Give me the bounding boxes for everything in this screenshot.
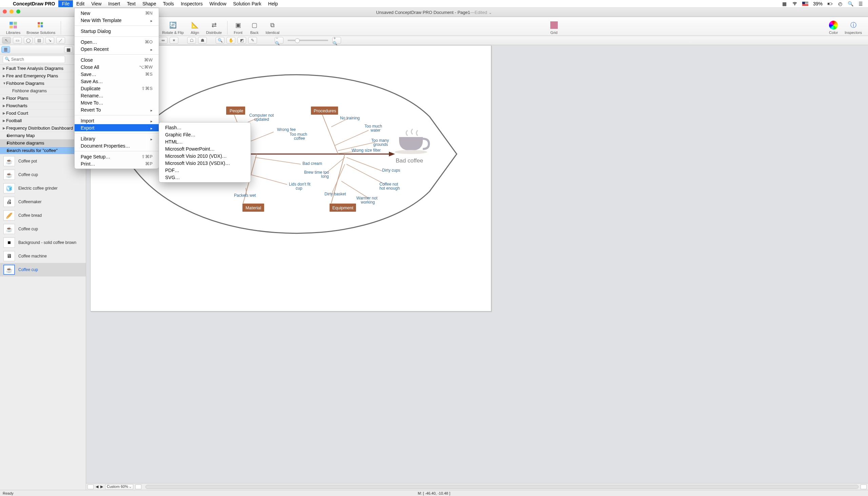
- library-category[interactable]: Fault Tree Analysis Diagrams: [0, 65, 86, 72]
- pointer-tool[interactable]: ↖: [2, 37, 11, 44]
- file-menu-item[interactable]: Print…⌘P: [75, 160, 159, 167]
- front-button[interactable]: ▣ Front: [230, 20, 246, 35]
- page-nav-next[interactable]: ▶: [100, 484, 103, 489]
- window-close-button[interactable]: [3, 10, 7, 14]
- zoom-out-button[interactable]: －🔍: [275, 37, 284, 44]
- disclosure-triangle-icon[interactable]: [3, 66, 6, 70]
- color-button[interactable]: Color: [825, 20, 841, 35]
- file-menu-item[interactable]: Page Setup…⇧⌘P: [75, 153, 159, 160]
- window-minimize-button[interactable]: [10, 10, 14, 14]
- library-tree[interactable]: Fault Tree Analysis DiagramsFire and Eme…: [0, 65, 86, 154]
- shape-result-row[interactable]: 🧊Electric coffee grinder: [0, 182, 86, 195]
- menu-insert[interactable]: Insert: [105, 0, 124, 7]
- file-menu-item[interactable]: New⌘N: [75, 10, 159, 17]
- library-search-results-header[interactable]: Search results for "coffee": [0, 147, 86, 154]
- file-menu-item[interactable]: Export: [75, 124, 159, 131]
- shape-result-row[interactable]: ☕Coffee cup: [0, 263, 86, 277]
- zoom-in-button[interactable]: ＋🔍: [332, 37, 341, 44]
- zoom-readout[interactable]: Custom 60% ⌵: [105, 484, 133, 489]
- library-open-item[interactable]: Fishbone diagrams: [0, 139, 86, 147]
- shape-result-row[interactable]: ■Background - solid coffee brown: [0, 236, 86, 249]
- file-menu-item[interactable]: Save As…: [75, 78, 159, 85]
- library-category[interactable]: Floor Plans: [0, 95, 86, 102]
- menu-file[interactable]: File: [58, 0, 73, 7]
- spray-tool[interactable]: ✶: [170, 37, 178, 44]
- library-category[interactable]: Flowcharts: [0, 102, 86, 110]
- file-menu-item[interactable]: Close All⌥⌘W: [75, 63, 159, 71]
- file-menu-item[interactable]: Duplicate⇧⌘S: [75, 85, 159, 92]
- file-menu-dropdown[interactable]: New⌘NNew With TemplateStartup DialogOpen…: [74, 8, 159, 169]
- battery-icon[interactable]: [827, 1, 833, 6]
- file-menu-item[interactable]: Startup Dialog: [75, 28, 159, 35]
- menu-edit[interactable]: Edit: [73, 0, 88, 7]
- align-button[interactable]: 📐 Align: [187, 20, 203, 35]
- menu-view[interactable]: View: [88, 0, 105, 7]
- back-button[interactable]: ▢ Back: [246, 20, 262, 35]
- library-category[interactable]: Germany Map: [0, 132, 86, 139]
- rotate-flip-button[interactable]: 🔄 Rotate & Flip: [159, 20, 187, 35]
- connector-tool[interactable]: ↘: [45, 37, 54, 44]
- disclosure-triangle-icon[interactable]: [3, 111, 6, 115]
- shape-result-row[interactable]: 🖨Coffeemaker: [0, 195, 86, 208]
- menu-window[interactable]: Window: [206, 0, 230, 7]
- shape-result-row[interactable]: 🖥Coffee machine: [0, 249, 86, 263]
- grid-status-icon[interactable]: ▦: [782, 1, 787, 6]
- menu-solution-park[interactable]: Solution Park: [230, 0, 265, 7]
- chain-tool[interactable]: ☖: [187, 37, 196, 44]
- document-state[interactable]: Edited: [475, 10, 492, 15]
- menu-text[interactable]: Text: [124, 0, 139, 7]
- library-category[interactable]: Football: [0, 117, 86, 124]
- export-submenu-item[interactable]: HTML…: [159, 138, 251, 145]
- hand-tool[interactable]: ✋: [226, 37, 235, 44]
- input-source-flag-icon[interactable]: [802, 2, 808, 6]
- export-submenu[interactable]: Flash…Graphic File…HTML…Microsoft PowerP…: [159, 122, 251, 183]
- identical-button[interactable]: ⧉ Identical: [263, 20, 282, 35]
- distribute-button[interactable]: ⇄ Distribute: [204, 20, 224, 35]
- menu-tools[interactable]: Tools: [159, 0, 177, 7]
- library-category[interactable]: Food Court: [0, 110, 86, 117]
- file-menu-item[interactable]: Revert To: [75, 106, 159, 113]
- app-name[interactable]: ConceptDraw PRO: [10, 1, 58, 6]
- shape-result-row[interactable]: ☕Coffee pot: [0, 154, 86, 168]
- zoom-tool[interactable]: 🔍: [216, 37, 224, 44]
- zoom-slider[interactable]: [288, 40, 328, 41]
- browse-solutions-button[interactable]: Browse Solutions: [24, 20, 58, 35]
- tree-tool[interactable]: ☗: [198, 37, 207, 44]
- window-zoom-button[interactable]: [16, 10, 20, 14]
- export-submenu-item[interactable]: Microsoft Visio 2010 (VDX)…: [159, 152, 251, 159]
- libraries-button[interactable]: Libraries: [3, 20, 23, 35]
- page-panel-toggle[interactable]: [87, 484, 94, 489]
- horizontal-scrollbar[interactable]: [145, 485, 858, 489]
- menu-help[interactable]: Help: [265, 0, 282, 7]
- export-submenu-item[interactable]: Graphic File…: [159, 131, 251, 138]
- file-menu-item[interactable]: Rename…: [75, 92, 159, 99]
- file-menu-item[interactable]: Import: [75, 117, 159, 124]
- file-menu-item[interactable]: Open Recent: [75, 45, 159, 52]
- spotlight-icon[interactable]: 🔍: [848, 1, 853, 6]
- ellipse-tool[interactable]: ◯: [24, 37, 33, 44]
- library-subitem[interactable]: Fishbone diagrams: [0, 87, 86, 95]
- page-nav-prev[interactable]: ◀: [96, 484, 98, 489]
- library-category[interactable]: Frequency Distribution Dashboard: [0, 124, 86, 132]
- library-view-grid-button[interactable]: ▦: [64, 46, 73, 53]
- library-view-list-button[interactable]: ☰: [1, 46, 10, 53]
- library-search-input[interactable]: [3, 56, 65, 63]
- shape-result-row[interactable]: 🥖Coffee bread: [0, 208, 86, 222]
- export-submenu-item[interactable]: PDF…: [159, 167, 251, 174]
- menu-shape[interactable]: Shape: [139, 0, 159, 7]
- export-submenu-item[interactable]: Flash…: [159, 124, 251, 131]
- dimension-tool[interactable]: ⇔: [159, 37, 167, 44]
- disclosure-triangle-icon[interactable]: [3, 119, 6, 123]
- canvas-viewport[interactable]: Bad coffee: [86, 45, 868, 483]
- grid-button[interactable]: Grid: [546, 20, 562, 35]
- file-menu-item[interactable]: New With Template: [75, 17, 159, 24]
- crop-tool[interactable]: ◩: [237, 37, 246, 44]
- clock-icon[interactable]: ◴: [837, 1, 843, 6]
- export-submenu-item[interactable]: SVG…: [159, 174, 251, 181]
- file-menu-item[interactable]: Document Properties…: [75, 142, 159, 149]
- eyedropper-tool[interactable]: ✎: [248, 37, 257, 44]
- library-category[interactable]: Fishbone Diagrams: [0, 80, 86, 87]
- menu-extras-icon[interactable]: ☰: [858, 1, 863, 6]
- disclosure-triangle-icon[interactable]: [3, 126, 6, 130]
- export-submenu-item[interactable]: Microsoft PowerPoint…: [159, 145, 251, 152]
